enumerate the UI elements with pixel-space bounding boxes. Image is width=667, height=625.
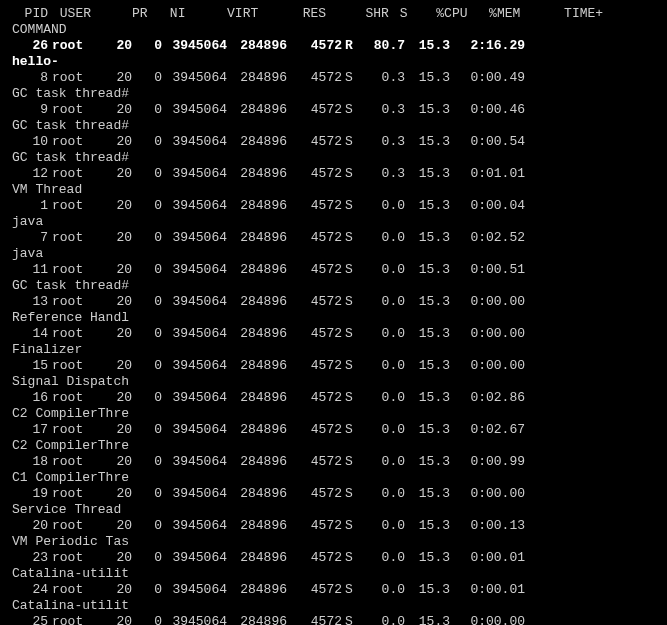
cpu-cell: 0.0 <box>360 326 405 342</box>
shr-cell: 4572 <box>287 390 342 406</box>
res-cell: 284896 <box>227 70 287 86</box>
col-pr[interactable]: PR <box>118 6 148 22</box>
col-pid[interactable]: PID <box>8 6 48 22</box>
cpu-cell: 0.0 <box>360 550 405 566</box>
process-row[interactable]: 18root20039450642848964572S0.015.30:00.9… <box>8 454 659 486</box>
command-cell: java <box>8 246 152 262</box>
state-cell: S <box>342 230 360 246</box>
process-row[interactable]: 10root20039450642848964572S0.315.30:00.5… <box>8 134 659 166</box>
user-cell: root <box>48 358 102 374</box>
col-res[interactable]: RES <box>266 6 326 22</box>
shr-cell: 4572 <box>287 614 342 625</box>
virt-cell: 3945064 <box>162 550 227 566</box>
process-row[interactable]: 16root20039450642848964572S0.015.30:02.8… <box>8 390 659 422</box>
process-row[interactable]: 24root20039450642848964572S0.015.30:00.0… <box>8 582 659 614</box>
state-cell: S <box>342 326 360 342</box>
virt-cell: 3945064 <box>162 422 227 438</box>
state-cell: S <box>342 262 360 278</box>
shr-cell: 4572 <box>287 102 342 118</box>
user-cell: root <box>48 262 102 278</box>
col-time[interactable]: TIME+ <box>528 6 603 22</box>
col-user[interactable]: USER <box>56 6 110 22</box>
user-cell: root <box>48 454 102 470</box>
pid-cell: 13 <box>8 294 48 310</box>
cpu-cell: 0.0 <box>360 582 405 598</box>
pid-cell: 26 <box>8 38 48 54</box>
state-cell: S <box>342 454 360 470</box>
pid-cell: 16 <box>8 390 48 406</box>
pid-cell: 19 <box>8 486 48 502</box>
res-cell: 284896 <box>227 614 287 625</box>
pr-cell: 20 <box>102 102 132 118</box>
col-cmd[interactable]: COMMAND <box>8 22 152 38</box>
user-cell: root <box>48 614 102 625</box>
cpu-cell: 0.0 <box>360 518 405 534</box>
process-row[interactable]: 17root20039450642848964572S0.015.30:02.6… <box>8 422 659 454</box>
process-row[interactable]: 26root20039450642848964572R80.715.32:16.… <box>8 38 659 70</box>
time-cell: 2:16.29 <box>450 38 525 54</box>
virt-cell: 3945064 <box>162 518 227 534</box>
process-row[interactable]: 7root20039450642848964572S0.015.30:02.52… <box>8 230 659 262</box>
process-row[interactable]: 1root20039450642848964572S0.015.30:00.04… <box>8 198 659 230</box>
process-row[interactable]: 19root20039450642848964572S0.015.30:00.0… <box>8 486 659 518</box>
col-s[interactable]: S <box>397 6 415 22</box>
process-row[interactable]: 14root20039450642848964572S0.015.30:00.0… <box>8 326 659 358</box>
process-row[interactable]: 9root20039450642848964572S0.315.30:00.46… <box>8 102 659 134</box>
mem-cell: 15.3 <box>405 38 450 54</box>
cpu-cell: 80.7 <box>360 38 405 54</box>
mem-cell: 15.3 <box>405 134 450 150</box>
pid-cell: 8 <box>8 70 48 86</box>
process-row[interactable]: 20root20039450642848964572S0.015.30:00.1… <box>8 518 659 550</box>
shr-cell: 4572 <box>287 70 342 86</box>
state-cell: S <box>342 134 360 150</box>
user-cell: root <box>48 70 102 86</box>
cpu-cell: 0.3 <box>360 134 405 150</box>
pid-cell: 10 <box>8 134 48 150</box>
mem-cell: 15.3 <box>405 614 450 625</box>
mem-cell: 15.3 <box>405 518 450 534</box>
shr-cell: 4572 <box>287 38 342 54</box>
col-shr[interactable]: SHR <box>334 6 389 22</box>
command-cell: java <box>8 214 152 230</box>
process-row[interactable]: 8root20039450642848964572S0.315.30:00.49… <box>8 70 659 102</box>
process-row[interactable]: 25root20039450642848964572S0.015.30:00.0… <box>8 614 659 625</box>
ni-cell: 0 <box>132 102 162 118</box>
virt-cell: 3945064 <box>162 486 227 502</box>
process-row[interactable]: 15root20039450642848964572S0.015.30:00.0… <box>8 358 659 390</box>
ni-cell: 0 <box>132 38 162 54</box>
pid-cell: 11 <box>8 262 48 278</box>
time-cell: 0:00.00 <box>450 358 525 374</box>
shr-cell: 4572 <box>287 358 342 374</box>
user-cell: root <box>48 518 102 534</box>
ni-cell: 0 <box>132 614 162 625</box>
virt-cell: 3945064 <box>162 134 227 150</box>
ni-cell: 0 <box>132 390 162 406</box>
virt-cell: 3945064 <box>162 294 227 310</box>
col-virt[interactable]: VIRT <box>193 6 258 22</box>
command-cell: C1 CompilerThre <box>8 470 152 486</box>
col-ni[interactable]: NI <box>155 6 185 22</box>
pr-cell: 20 <box>102 454 132 470</box>
process-row[interactable]: 11root20039450642848964572S0.015.30:00.5… <box>8 262 659 294</box>
user-cell: root <box>48 582 102 598</box>
res-cell: 284896 <box>227 390 287 406</box>
user-cell: root <box>48 294 102 310</box>
ni-cell: 0 <box>132 326 162 342</box>
res-cell: 284896 <box>227 582 287 598</box>
process-row[interactable]: 13root20039450642848964572S0.015.30:00.0… <box>8 294 659 326</box>
col-cpu[interactable]: %CPU <box>423 6 468 22</box>
user-cell: root <box>48 326 102 342</box>
shr-cell: 4572 <box>287 486 342 502</box>
cpu-cell: 0.0 <box>360 422 405 438</box>
process-row[interactable]: 23root20039450642848964572S0.015.30:00.0… <box>8 550 659 582</box>
state-cell: S <box>342 294 360 310</box>
process-row[interactable]: 12root20039450642848964572S0.315.30:01.0… <box>8 166 659 198</box>
cpu-cell: 0.0 <box>360 390 405 406</box>
pr-cell: 20 <box>102 422 132 438</box>
ni-cell: 0 <box>132 166 162 182</box>
col-mem[interactable]: %MEM <box>475 6 520 22</box>
res-cell: 284896 <box>227 38 287 54</box>
shr-cell: 4572 <box>287 230 342 246</box>
pid-cell: 15 <box>8 358 48 374</box>
pr-cell: 20 <box>102 358 132 374</box>
